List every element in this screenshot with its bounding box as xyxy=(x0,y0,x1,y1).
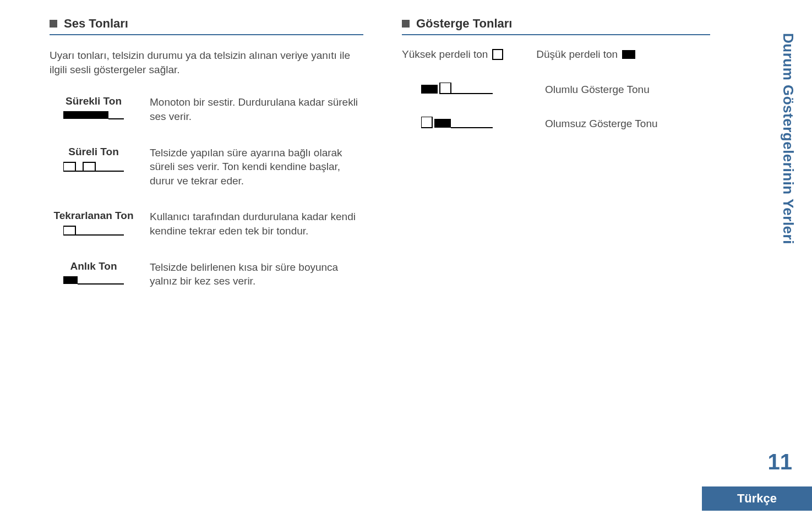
svg-rect-0 xyxy=(63,111,108,119)
right-column: Gösterge Tonları Yüksek perdeli ton Düşü… xyxy=(402,17,710,310)
legend-low-label: Düşük perdeli ton xyxy=(536,48,618,61)
section-bullet-icon xyxy=(402,20,410,28)
indicator-text: Olumsuz Gösterge Tonu xyxy=(545,118,710,130)
section-header-right: Gösterge Tonları xyxy=(402,17,710,35)
positive-indicator-icon xyxy=(421,83,493,97)
tone-label-block: Tekrarlanan Ton xyxy=(50,210,138,237)
tone-label-block: Süreli Ton xyxy=(50,146,138,173)
high-pitch-icon xyxy=(492,49,503,60)
svg-rect-2 xyxy=(63,162,75,171)
tone-label: Anlık Ton xyxy=(50,260,138,272)
svg-rect-10 xyxy=(493,50,503,59)
indicator-icon-wrap xyxy=(402,117,512,131)
svg-rect-13 xyxy=(440,83,451,94)
indicator-icon-wrap xyxy=(402,83,512,97)
momentary-tone-icon xyxy=(63,276,124,286)
tone-label: Süreli Ton xyxy=(50,146,138,158)
tone-label-block: Sürekli Ton xyxy=(50,95,138,121)
legend-high: Yüksek perdeli ton xyxy=(402,48,503,61)
legend-low: Düşük perdeli ton xyxy=(536,48,635,61)
indicator-row-positive: Olumlu Gösterge Tonu xyxy=(402,83,710,97)
tone-desc: Telsizde belirlenen kısa bir süre boyunc… xyxy=(150,260,363,288)
indicator-row-negative: Olumsuz Gösterge Tonu xyxy=(402,117,710,131)
tone-row-repetitive: Tekrarlanan Ton Kullanıcı tarafından dur… xyxy=(50,210,363,238)
repetitive-tone-icon xyxy=(63,225,124,237)
continuous-tone-icon xyxy=(63,111,124,121)
svg-rect-15 xyxy=(421,117,432,128)
content-columns: Ses Tonları Uyarı tonları, telsizin duru… xyxy=(50,17,773,310)
left-column: Ses Tonları Uyarı tonları, telsizin duru… xyxy=(50,17,363,310)
tone-desc: Monoton bir sestir. Durdurulana kadar sü… xyxy=(150,95,363,123)
tone-label: Sürekli Ton xyxy=(50,95,138,107)
tone-desc: Telsizde yapılan süre ayarına bağlı olar… xyxy=(150,146,363,188)
page: Ses Tonları Uyarı tonları, telsizin duru… xyxy=(0,0,812,525)
svg-rect-12 xyxy=(421,85,438,94)
tone-row-momentary: Anlık Ton Telsizde belirlenen kısa bir s… xyxy=(50,260,363,288)
svg-rect-6 xyxy=(63,226,75,235)
side-tab-title: Durum Göstergelerinin Yerleri xyxy=(780,33,797,244)
svg-rect-16 xyxy=(434,119,451,128)
negative-indicator-icon xyxy=(421,117,493,131)
section-title-right: Gösterge Tonları xyxy=(416,17,512,31)
tone-desc: Kullanıcı tarafından durdurulana kadar k… xyxy=(150,210,363,238)
tone-label-block: Anlık Ton xyxy=(50,260,138,286)
tone-row-periodic: Süreli Ton Telsizde yapılan süre ayarına… xyxy=(50,146,363,188)
language-tab: Türkçe xyxy=(702,486,812,511)
svg-rect-8 xyxy=(63,276,78,284)
periodic-tone-icon xyxy=(63,161,124,173)
tone-label: Tekrarlanan Ton xyxy=(50,210,138,222)
svg-rect-11 xyxy=(622,50,635,59)
low-pitch-icon xyxy=(622,49,635,60)
page-number: 11 xyxy=(768,450,793,474)
legend-row: Yüksek perdeli ton Düşük perdeli ton xyxy=(402,48,710,61)
section-bullet-icon xyxy=(50,20,57,28)
section-header-left: Ses Tonları xyxy=(50,17,363,35)
intro-text: Uyarı tonları, telsizin durumu ya da tel… xyxy=(50,48,363,76)
section-title-left: Ses Tonları xyxy=(64,17,128,31)
indicator-text: Olumlu Gösterge Tonu xyxy=(545,84,710,96)
svg-rect-4 xyxy=(83,162,95,171)
legend-high-label: Yüksek perdeli ton xyxy=(402,48,488,61)
tone-row-continuous: Sürekli Ton Monoton bir sestir. Durdurul… xyxy=(50,95,363,123)
